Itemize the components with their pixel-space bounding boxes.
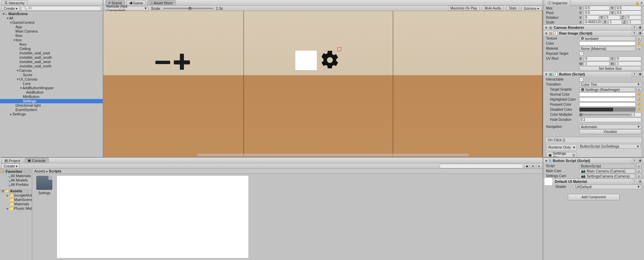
scale-x[interactable]: 0.4582120 [584, 20, 602, 24]
navigation-dropdown[interactable]: Automatic▾ [579, 124, 641, 129]
interactable-checkbox[interactable]: ✓ [579, 77, 583, 82]
tree-item[interactable]: floor [0, 34, 103, 38]
gear-icon[interactable]: ✿ [638, 72, 643, 76]
tree-item[interactable]: App [0, 25, 103, 29]
transition-dropdown[interactable]: Color Tint▾ [579, 82, 641, 87]
picker-icon[interactable]: ⊙ [637, 36, 641, 41]
picker-icon[interactable]: ⊙ [637, 169, 641, 173]
scale-y[interactable]: 1 [608, 20, 622, 24]
tree-item[interactable]: ▾UI_Canvas [0, 77, 103, 82]
assetstore-tab[interactable]: ⌂Asset Store [147, 0, 176, 5]
eyedropper-icon[interactable]: ✍ [637, 102, 641, 107]
uv-h[interactable]: 1 [616, 61, 642, 66]
tree-item[interactable]: Ceiling [0, 47, 103, 51]
tree-item[interactable]: invisible_wall_east [0, 51, 103, 55]
help-icon[interactable]: ? [632, 72, 637, 76]
maincam-field[interactable]: 📷Main Camera (Camera) [579, 169, 635, 173]
stats-button[interactable]: Stats [506, 6, 519, 11]
tree-item-selected[interactable]: Settings [0, 99, 103, 103]
target-graphic-field[interactable]: ▦Settings (RawImage) [579, 87, 635, 92]
tree-item[interactable]: AddButton [0, 90, 103, 95]
rot-z[interactable]: 0 [626, 15, 641, 20]
help-icon[interactable]: ? [632, 31, 637, 36]
max-x[interactable]: 0.5 [584, 6, 610, 10]
tree-item[interactable]: invisible_wall_west [0, 60, 103, 64]
gear-icon[interactable]: ✿ [638, 159, 643, 163]
tree-item[interactable]: Score [0, 73, 103, 77]
color-mult-slider[interactable] [579, 114, 631, 115]
tree-item[interactable]: EventSystem [0, 108, 103, 112]
highlighted-color[interactable] [579, 97, 636, 102]
tree-item[interactable]: ▾GameControl [0, 20, 103, 25]
gizmos-button[interactable]: Gizmos ▾ [522, 6, 541, 11]
disabled-color[interactable] [579, 107, 636, 112]
eyedropper-icon[interactable]: ✍ [637, 107, 641, 112]
hierarchy-tab[interactable]: ☰ Hierarchy [1, 0, 28, 5]
tree-item[interactable]: ▸📁GoogleMobi [0, 193, 32, 198]
pivot-y[interactable]: 0.5 [616, 10, 642, 15]
tree-item[interactable]: ▾box [0, 38, 103, 42]
lock-icon[interactable]: 🔒 [635, 1, 639, 5]
help-icon[interactable]: ? [632, 179, 637, 184]
button-enable[interactable]: ✓ [554, 72, 558, 76]
inspector-tab[interactable]: ⓘInspector [545, 0, 571, 6]
visualize-button[interactable]: Visualize [579, 129, 641, 134]
material-field[interactable]: None (Material) [579, 46, 635, 51]
scale-z[interactable]: 1 [628, 20, 641, 24]
rawimage-header[interactable]: ▾▦✓Raw Image (Script)?✿ [543, 31, 644, 36]
help-icon[interactable]: ? [632, 25, 637, 30]
eyedropper-icon[interactable]: ✍ [637, 92, 641, 97]
onclick-object[interactable]: ▣Settings (Bu⊙ [547, 152, 577, 157]
picker-icon[interactable]: ⊙ [637, 164, 641, 168]
tree-item[interactable]: floor [0, 42, 103, 47]
max-y[interactable]: 0.5 [616, 6, 642, 10]
menu-icon[interactable]: ≡ [641, 1, 643, 5]
gear-icon[interactable]: ✿ [638, 25, 643, 30]
hierarchy-tree[interactable]: ▾⬪ MainScene ▾All ▾GameControl App Main … [0, 11, 103, 157]
assets-header[interactable]: ▾📁 Assets [0, 189, 32, 193]
create-button[interactable]: Create ▾ [1, 6, 20, 11]
filter-icon[interactable]: ★ [531, 164, 535, 168]
breadcrumb[interactable]: Assets ▸ Scripts [32, 169, 543, 174]
normal-color[interactable] [579, 92, 636, 97]
tree-item[interactable]: invisible_wall_south [0, 55, 103, 60]
color-mult-value[interactable]: 1 [632, 112, 641, 117]
scene-root[interactable]: ▾⬪ MainScene [0, 12, 103, 16]
tree-item[interactable]: Main Camera [0, 29, 103, 34]
picker-icon[interactable]: ⊙ [637, 174, 641, 178]
tree-item[interactable]: MinButton [0, 95, 103, 99]
project-tree[interactable]: ★ Favorites 🔍All Materials 🔍All Models 🔍… [0, 169, 32, 260]
tree-item[interactable]: 📁MainScene [0, 198, 32, 202]
picker-icon[interactable]: ⊙ [637, 87, 641, 92]
eyedropper-icon[interactable]: ✍ [637, 41, 641, 46]
rot-y[interactable]: 0 [605, 15, 620, 20]
hierarchy-search[interactable]: 🔍All [21, 6, 101, 11]
material-header[interactable]: Default UI Material ?✿ [543, 179, 644, 184]
uv-x[interactable]: 0 [584, 56, 610, 61]
filter-icon[interactable]: ● [537, 164, 541, 168]
buttonscript-header[interactable]: ▾⎘Button Script (Script)?✿ [543, 158, 644, 163]
fade-duration[interactable]: 0.1 [579, 117, 641, 122]
console-tab[interactable]: ▣Console [24, 158, 48, 163]
button-header[interactable]: ▾▣✓Button (Script)?✿ [543, 71, 644, 77]
uv-w[interactable]: 1 [584, 61, 610, 66]
tree-item[interactable]: ▾AddButtonWrapper [0, 86, 103, 90]
horizontal-scrollbar[interactable] [197, 154, 469, 156]
picker-icon[interactable]: ⊙ [637, 46, 641, 51]
tree-item[interactable]: ▾All [0, 16, 103, 20]
color-field[interactable] [579, 41, 636, 46]
shader-dropdown[interactable]: UI/Default▾ [574, 185, 641, 189]
mute-button[interactable]: Mute Audio [482, 6, 504, 11]
project-search[interactable] [439, 164, 523, 168]
maximize-button[interactable]: Maximize On Play [448, 6, 480, 11]
tree-item[interactable]: ▸Settings [0, 112, 103, 116]
function-dropdown[interactable]: ButtonScript.GoSettings▾ [578, 144, 641, 149]
tree-item[interactable]: Directional light [0, 103, 103, 108]
pressed-color[interactable] [579, 102, 636, 107]
scale-slider[interactable] [163, 8, 213, 9]
asset-item[interactable]: Settings [34, 176, 54, 258]
add-component-button[interactable]: Add Component [568, 194, 620, 200]
set-native-size-button[interactable]: Set Native Size [579, 66, 641, 71]
help-icon[interactable]: ? [632, 159, 637, 163]
project-tab[interactable]: ▤Project [1, 158, 23, 163]
